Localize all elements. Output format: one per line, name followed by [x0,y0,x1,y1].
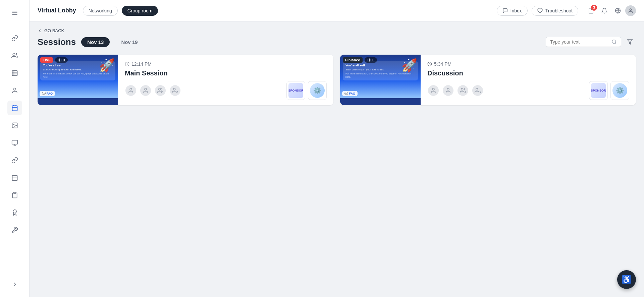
main-content: Virtual Lobby Networking Group room Inbo… [30,0,644,297]
bell-button[interactable] [598,5,610,17]
troubleshoot-button[interactable]: Troubleshoot [532,6,578,16]
viewer-count-main: 0 [55,57,67,63]
sidebar-item-monitor[interactable] [7,135,22,150]
sidebar [0,0,30,297]
svg-rect-4 [12,71,17,76]
finished-badge: Finished [343,57,363,63]
globe-icon [615,8,621,14]
sidebar-item-tool[interactable] [7,223,22,237]
user-avatar[interactable] [625,5,636,16]
gear-logo-main[interactable]: ⚙️ [308,81,327,100]
filter-button[interactable] [624,36,636,48]
sidebar-item-clipboard[interactable] [7,188,22,202]
svg-marker-29 [628,40,633,44]
sidebar-item-calendar2[interactable] [7,170,22,185]
speaker-3 [154,84,166,97]
svg-point-39 [447,88,449,90]
clock-icon [125,62,129,66]
notifications-button[interactable]: 3 [585,5,597,17]
date-nov19[interactable]: Nov 19 [115,37,144,47]
sponsor-logo-discussion[interactable]: SPONSOR [589,81,608,100]
svg-rect-9 [12,106,17,111]
speaker-2 [140,84,152,97]
session-speakers-discussion [427,84,484,97]
session-time-main: 12:14 PM [125,61,327,67]
svg-point-3 [13,53,15,56]
sessions-grid: 🚀 You're all set! Start checking in your… [38,55,636,105]
search-box[interactable] [546,37,621,47]
sidebar-item-calendar[interactable] [7,101,22,115]
gear-logo-discussion[interactable]: ⚙️ [610,81,629,100]
inbox-icon [502,8,508,13]
sessions-title: Sessions [38,37,76,47]
session-info-discussion: 5:34 PM Discussion [421,55,636,105]
session-name-discussion: Discussion [427,69,629,77]
session-speakers-main [125,84,181,97]
date-nov13[interactable]: Nov 13 [81,37,110,47]
troubleshoot-icon [537,8,543,13]
svg-rect-15 [12,140,17,144]
networking-tab[interactable]: Networking [83,6,118,16]
thumbnail-text2-d: Start checking in your attendees. [345,68,415,71]
accessibility-button[interactable]: ♿ [617,270,636,289]
svg-line-28 [615,43,616,44]
sidebar-item-people[interactable] [7,48,22,63]
sidebar-item-table[interactable] [7,66,22,80]
svg-rect-22 [13,192,16,193]
faq-badge-discussion: 💬 FAQ [342,91,358,96]
search-icon [611,39,617,45]
viewer-count-discussion: 0 [365,57,377,63]
svg-point-27 [612,40,616,44]
accessibility-icon: ♿ [622,275,632,284]
session-time-discussion: 5:34 PM [427,61,629,67]
thumbnail-text-extra: For more information, check out our FAQ … [43,72,113,79]
speaker-d2 [442,84,454,97]
thumbnail-text-extra-d: For more information, check out our FAQ … [345,72,415,79]
sidebar-item-chain[interactable] [7,153,22,168]
thumbnail-text1-d: You're all set! [345,63,415,68]
top-navigation: Virtual Lobby Networking Group room Inbo… [30,0,644,21]
speaker-1 [125,84,137,97]
inbox-button[interactable]: Inbox [497,6,528,16]
search-input[interactable] [550,39,609,45]
go-back-label: GO BACK [44,28,64,33]
group-room-tab[interactable]: Group room [122,6,158,16]
sidebar-item-audience[interactable] [7,83,22,98]
svg-point-34 [159,88,161,90]
session-thumbnail-discussion: 🚀 You're all set! Start checking in your… [340,55,421,105]
topnav-icon-group: 3 [585,5,636,17]
thumbnail-text1: You're all set! [43,63,113,68]
svg-point-36 [369,60,370,61]
sidebar-item-menu[interactable] [7,5,22,20]
sidebar-item-link[interactable] [7,31,22,46]
session-logos-main: SPONSOR ⚙️ [286,81,327,100]
session-card-main[interactable]: 🚀 You're all set! Start checking in your… [38,55,333,105]
svg-point-41 [476,88,478,90]
sidebar-item-gallery[interactable] [7,118,22,133]
bell-icon [601,8,607,14]
go-back-link[interactable]: GO BACK [38,28,636,33]
session-footer-discussion: SPONSOR ⚙️ [427,81,629,100]
status-row-main: LIVE 0 [40,57,68,63]
session-name-main: Main Session [125,69,327,77]
sidebar-item-settings[interactable] [7,277,22,292]
svg-point-32 [130,88,132,90]
svg-point-33 [145,88,147,90]
svg-point-26 [630,9,631,10]
status-row-discussion: Finished 0 [343,57,377,63]
speaker-d1 [427,84,439,97]
session-footer-main: SPONSOR ⚙️ [125,81,327,100]
header-actions [546,36,636,48]
svg-point-8 [13,88,16,91]
session-logos-discussion: SPONSOR ⚙️ [589,81,629,100]
session-card-discussion[interactable]: 🚀 You're all set! Start checking in your… [340,55,636,105]
notification-badge: 3 [591,5,597,11]
app-title: Virtual Lobby [38,7,76,14]
faq-badge-main: 💬 FAQ [40,91,55,96]
thumbnail-text-discussion: You're all set! Start checking in your a… [343,61,418,80]
svg-point-14 [13,124,14,125]
sponsor-logo-main[interactable]: SPONSOR [286,81,305,100]
sidebar-item-badge[interactable] [7,205,22,220]
svg-point-40 [461,88,463,90]
globe-button[interactable] [612,5,624,17]
